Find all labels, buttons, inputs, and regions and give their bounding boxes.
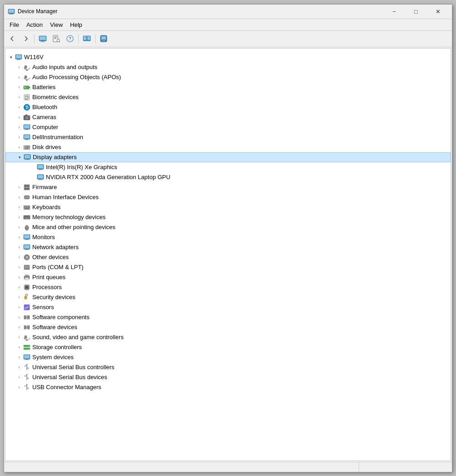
device-tree[interactable]: ▾ W116V ›	[5, 48, 451, 461]
svg-rect-97	[24, 235, 30, 239]
usb-controllers-expander[interactable]: ›	[15, 364, 23, 371]
tree-item-keyboards[interactable]: › Keyboards	[5, 202, 451, 212]
svg-text:?: ?	[69, 36, 71, 41]
sound-expander[interactable]: ›	[15, 334, 23, 341]
tree-item-processors[interactable]: ›	[5, 282, 451, 292]
update-driver-button[interactable]	[80, 33, 93, 45]
tree-item-security[interactable]: › Security devices	[5, 292, 451, 302]
dell-expander[interactable]: ›	[15, 134, 23, 141]
svg-rect-119	[25, 286, 28, 289]
tree-item-firmware[interactable]: › Firmware	[5, 182, 451, 192]
tree-item-apo[interactable]: › Audio Processing Objects (APOs)	[5, 72, 451, 82]
tree-item-other[interactable]: › ? Other devices	[5, 252, 451, 262]
svg-rect-174	[25, 386, 25, 386]
computer-expander[interactable]: ›	[15, 124, 23, 131]
svg-rect-75	[26, 197, 27, 198]
print-label: Print queues	[32, 274, 65, 281]
sensors-expander[interactable]: ›	[15, 304, 23, 311]
menu-file[interactable]: File	[6, 20, 23, 30]
other-expander[interactable]: ›	[15, 254, 23, 261]
tree-item-nvidia-gpu[interactable]: › NVIDIA RTX 2000 Ada Generation Laptop …	[5, 172, 451, 182]
software-components-expander[interactable]: ›	[15, 314, 23, 321]
tree-item-computer[interactable]: › Computer	[5, 122, 451, 132]
hid-icon	[23, 193, 31, 201]
monitors-expander[interactable]: ›	[15, 234, 23, 241]
audio-inputs-expander[interactable]: ›	[15, 64, 23, 71]
memory-expander[interactable]: ›	[15, 214, 23, 221]
tree-item-batteries[interactable]: › Batteries	[5, 82, 451, 92]
display-adapters-label: Display adapters	[33, 154, 77, 160]
tree-item-sound[interactable]: › Sound, video and game controllers	[5, 332, 451, 342]
network-expander[interactable]: ›	[15, 244, 23, 251]
print-expander[interactable]: ›	[15, 274, 23, 281]
system-label: System devices	[32, 354, 74, 361]
svg-rect-24	[16, 55, 21, 59]
back-button[interactable]	[6, 33, 19, 45]
properties-button[interactable]	[50, 33, 63, 45]
tree-item-dell[interactable]: › DellInstrumentation	[5, 132, 451, 142]
svg-rect-82	[25, 207, 28, 208]
tree-item-usb-connectors[interactable]: › USB Connector Managers	[5, 382, 451, 392]
tree-item-system[interactable]: › System devices	[5, 352, 451, 362]
svg-rect-21	[101, 36, 106, 40]
svg-rect-34	[29, 87, 30, 88]
ports-expander[interactable]: ›	[15, 264, 23, 271]
usb-connectors-expander[interactable]: ›	[15, 384, 23, 391]
tree-item-display-adapters[interactable]: ▾ Display adapters	[5, 152, 451, 162]
tree-item-memory[interactable]: › Memory technology devices	[5, 212, 451, 222]
usb-connectors-label: USB Connector Managers	[32, 384, 101, 391]
security-expander[interactable]: ›	[15, 294, 23, 301]
forward-button[interactable]	[20, 33, 32, 45]
tree-item-usb-controllers[interactable]: › Universal Serial Bus controllers	[5, 362, 451, 372]
monitors-label: Monitors	[32, 234, 55, 241]
scope-button[interactable]	[36, 33, 49, 45]
disk-icon	[23, 143, 31, 151]
usb-devices-expander[interactable]: ›	[15, 374, 23, 381]
biometric-expander[interactable]: ›	[15, 94, 23, 101]
tree-item-monitors[interactable]: › Monitors	[5, 232, 451, 242]
help-button[interactable]: ?	[64, 33, 76, 45]
processors-expander[interactable]: ›	[15, 284, 23, 291]
keyboards-expander[interactable]: ›	[15, 204, 23, 211]
tree-item-sensors[interactable]: › Sensors	[5, 302, 451, 312]
minimize-button[interactable]: −	[384, 5, 405, 18]
monitors-icon	[23, 233, 31, 241]
display-adapters-expander[interactable]: ▾	[16, 154, 23, 161]
system-expander[interactable]: ›	[15, 354, 23, 361]
tree-item-disk[interactable]: › Disk drives	[5, 142, 451, 152]
tree-item-intel-gpu[interactable]: › Intel(R) Iris(R) Xe Graphics	[5, 162, 451, 172]
apo-expander[interactable]: ›	[15, 74, 23, 81]
tree-item-bluetooth[interactable]: › ℬ Bluetooth	[5, 102, 451, 112]
bluetooth-expander[interactable]: ›	[15, 104, 23, 111]
tree-item-root[interactable]: ▾ W116V	[5, 52, 451, 62]
tree-item-cameras[interactable]: › Cameras	[5, 112, 451, 122]
svg-point-41	[26, 117, 28, 118]
menu-action[interactable]: Action	[23, 20, 46, 30]
software-devices-expander[interactable]: ›	[15, 324, 23, 331]
scan-hardware-button[interactable]	[97, 33, 110, 45]
batteries-expander[interactable]: ›	[15, 84, 23, 91]
mice-expander[interactable]: ›	[15, 224, 23, 231]
disk-expander[interactable]: ›	[15, 144, 23, 151]
cameras-expander[interactable]: ›	[15, 114, 23, 121]
menu-view[interactable]: View	[46, 20, 66, 30]
tree-item-network[interactable]: › Network adapters	[5, 242, 451, 252]
tree-item-print[interactable]: › Print queues	[5, 272, 451, 282]
menu-help[interactable]: Help	[66, 20, 86, 30]
firmware-expander[interactable]: ›	[15, 184, 23, 191]
tree-item-software-components[interactable]: › Software components	[5, 312, 451, 322]
tree-item-usb-devices[interactable]: › Universal Serial Bus devices	[5, 372, 451, 382]
tree-item-ports[interactable]: › Ports (COM & LPT)	[5, 262, 451, 272]
storage-expander[interactable]: ›	[15, 344, 23, 351]
root-expander[interactable]: ▾	[7, 54, 15, 61]
svg-point-153	[29, 346, 30, 346]
tree-item-biometric[interactable]: › Biometric devices	[5, 92, 451, 102]
tree-item-software-devices[interactable]: › Software devices	[5, 322, 451, 332]
tree-item-hid[interactable]: › Human Interface Devices	[5, 192, 451, 202]
tree-item-mice[interactable]: › Mice and other pointing devices	[5, 222, 451, 232]
tree-item-audio-inputs[interactable]: › Audio inputs and outputs	[5, 62, 451, 72]
hid-expander[interactable]: ›	[15, 194, 23, 201]
close-button[interactable]: ✕	[427, 5, 448, 18]
tree-item-storage[interactable]: › Storage controllers	[5, 342, 451, 352]
maximize-button[interactable]: □	[406, 5, 426, 18]
